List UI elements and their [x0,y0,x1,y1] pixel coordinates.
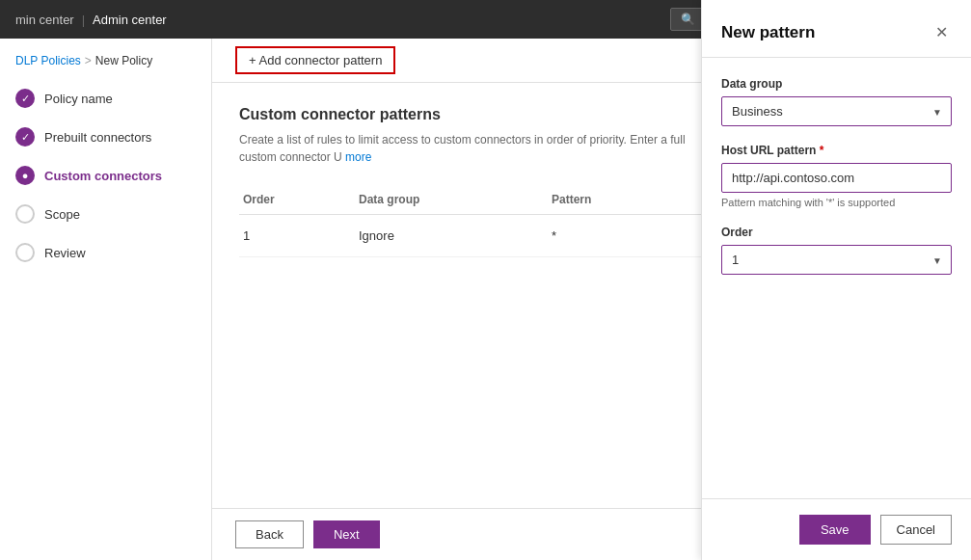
app-name: min center [15,13,74,27]
order-select-wrapper: 1 2 3 ▼ [721,245,952,275]
step-circle-review [15,243,35,262]
step-circle-prebuilt-connectors: ✓ [15,127,35,147]
close-icon: ✕ [935,24,948,40]
add-connector-label: + Add connector pattern [249,53,382,67]
col-data-group: Data group [355,193,548,206]
sidebar-item-review[interactable]: Review [0,233,211,272]
step-circle-policy-name: ✓ [15,89,35,108]
search-icon: 🔍 [681,13,695,26]
data-group-label: Data group [721,77,952,91]
order-field: Order 1 2 3 ▼ [721,226,952,275]
breadcrumb-parent[interactable]: DLP Policies [15,54,81,67]
breadcrumb: DLP Policies > New Policy [0,46,211,79]
sidebar-item-prebuilt-connectors[interactable]: ✓ Prebuilt connectors [0,118,211,156]
host-url-label: Host URL pattern * [721,144,952,157]
host-url-field: Host URL pattern * Pattern matching with… [721,144,952,208]
order-label: Order [721,226,952,239]
admin-label: Admin center [93,13,167,27]
save-button[interactable]: Save [799,515,871,545]
next-button[interactable]: Next [313,520,380,548]
add-connector-button[interactable]: + Add connector pattern [235,46,395,74]
step-circle-custom-connectors: ● [15,166,35,185]
breadcrumb-current: New Policy [95,54,152,67]
section-desc-link[interactable]: more [345,150,371,164]
required-marker: * [820,144,824,157]
new-pattern-panel: New pattern ✕ Data group Business Non-Bu… [701,0,971,560]
data-group-select[interactable]: Business Non-Business Blocked [721,96,952,126]
cancel-button[interactable]: Cancel [880,515,952,545]
row-order: 1 [239,228,355,243]
order-select[interactable]: 1 2 3 [721,245,952,275]
sidebar-label-review: Review [44,246,86,260]
sidebar-item-scope[interactable]: Scope [0,195,211,233]
panel-body: Data group Business Non-Business Blocked… [702,58,971,498]
panel-title: New pattern [721,23,815,42]
data-group-field: Data group Business Non-Business Blocked… [721,77,952,126]
breadcrumb-separator: > [85,54,92,67]
col-order: Order [239,193,355,206]
sidebar-label-custom-connectors: Custom connectors [44,169,162,183]
step-circle-scope [15,204,35,224]
sidebar: DLP Policies > New Policy ✓ Policy name … [0,39,212,560]
host-url-input[interactable] [721,163,952,193]
section-desc: Create a list of rules to limit access t… [239,131,702,166]
row-data-group: Ignore [355,228,548,243]
data-group-select-wrapper: Business Non-Business Blocked ▼ [721,96,952,126]
host-url-hint: Pattern matching with '*' is supported [721,197,952,208]
sidebar-label-policy-name: Policy name [44,92,113,106]
panel-header: New pattern ✕ [702,0,971,58]
panel-footer: Save Cancel [702,498,971,560]
sidebar-label-prebuilt-connectors: Prebuilt connectors [44,130,151,145]
panel-close-button[interactable]: ✕ [931,19,952,45]
sidebar-label-scope: Scope [44,207,80,222]
section-desc-text: Create a list of rules to limit access t… [239,133,686,164]
sidebar-item-policy-name[interactable]: ✓ Policy name [0,79,211,118]
sidebar-item-custom-connectors[interactable]: ● Custom connectors [0,156,211,195]
back-button[interactable]: Back [235,520,304,548]
nav-separator: | [82,13,85,27]
